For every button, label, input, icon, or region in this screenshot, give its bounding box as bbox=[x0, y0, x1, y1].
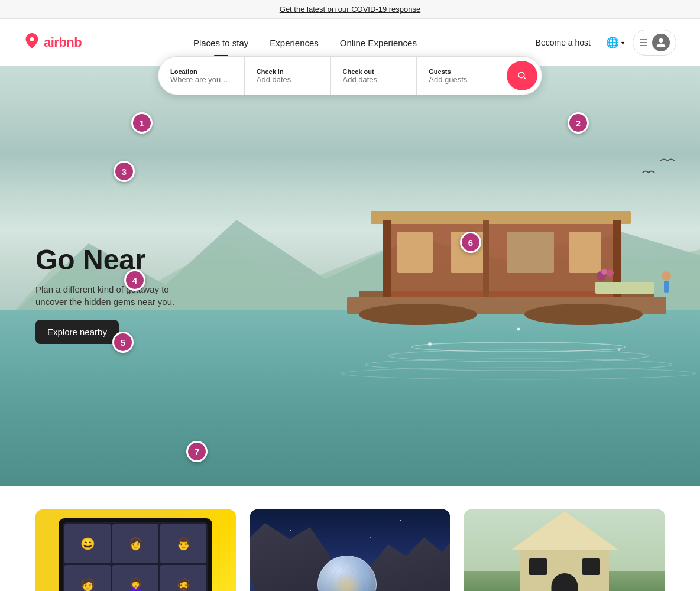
search-bar: Location Where are you going? Check in A… bbox=[158, 56, 542, 95]
svg-point-5 bbox=[524, 304, 643, 325]
svg-rect-14 bbox=[483, 220, 489, 297]
checkin-label: Check in bbox=[257, 68, 319, 75]
entire-homes-card[interactable]: 🌳 🌲 🌳 bbox=[464, 509, 665, 591]
houseboat-illustration bbox=[312, 125, 696, 391]
svg-point-28 bbox=[517, 328, 520, 331]
guests-label: Guests bbox=[429, 68, 491, 75]
covid-link[interactable]: Get the latest on our COVID-19 response bbox=[280, 5, 420, 14]
unique-stays-card[interactable]: 🧍 Unique stays Spaces that are more than… bbox=[250, 509, 451, 591]
avatar bbox=[652, 34, 670, 51]
svg-rect-11 bbox=[569, 232, 601, 273]
main-nav: Places to stay Experiences Online Experi… bbox=[183, 32, 427, 54]
svg-point-17 bbox=[607, 269, 614, 277]
search-button[interactable] bbox=[507, 61, 537, 90]
nav-places-to-stay[interactable]: Places to stay bbox=[183, 32, 259, 54]
covid-banner: Get the latest on our COVID-19 response bbox=[0, 0, 700, 19]
svg-point-21 bbox=[400, 331, 637, 345]
annotation-marker-4: 4 bbox=[124, 269, 145, 291]
annotation-marker-5: 5 bbox=[112, 332, 134, 353]
logo[interactable]: airbnb bbox=[24, 33, 82, 53]
airbnb-logo-icon bbox=[24, 33, 40, 53]
explore-nearby-button[interactable]: Explore nearby bbox=[35, 320, 119, 344]
search-bar-container: Location Where are you going? Check in A… bbox=[158, 56, 542, 95]
guests-value: Add guests bbox=[429, 75, 491, 84]
svg-point-4 bbox=[359, 304, 477, 325]
svg-rect-10 bbox=[507, 232, 554, 273]
svg-rect-20 bbox=[664, 281, 669, 293]
chevron-down-icon: ▾ bbox=[621, 40, 624, 46]
nav-online-experiences[interactable]: Online Experiences bbox=[329, 32, 427, 54]
annotation-marker-1: 1 bbox=[131, 112, 153, 134]
checkout-field[interactable]: Check out Add dates bbox=[331, 57, 417, 95]
svg-rect-7 bbox=[371, 211, 631, 224]
checkin-value: Add dates bbox=[257, 75, 319, 84]
svg-rect-12 bbox=[383, 220, 391, 297]
annotation-marker-2: 2 bbox=[568, 112, 589, 134]
cards-grid: 😄 👩 👨 🧑 👩‍🦱 🧔 🎩 🤵 Online Experiences Uni… bbox=[35, 509, 665, 591]
header-right: Become a host 🌐 ▾ ☰ bbox=[529, 30, 676, 56]
svg-rect-15 bbox=[595, 282, 654, 294]
svg-point-26 bbox=[428, 342, 432, 346]
checkout-value: Add dates bbox=[343, 75, 405, 84]
annotation-marker-6: 6 bbox=[460, 232, 481, 253]
checkout-label: Check out bbox=[343, 68, 405, 75]
hamburger-icon: ☰ bbox=[639, 37, 647, 48]
svg-point-18 bbox=[601, 269, 607, 275]
annotation-marker-3: 3 bbox=[114, 161, 135, 182]
cards-section: 😄 👩 👨 🧑 👩‍🦱 🧔 🎩 🤵 Online Experiences Uni… bbox=[0, 486, 700, 591]
location-field[interactable]: Location Where are you going? bbox=[158, 57, 245, 95]
location-label: Location bbox=[170, 68, 232, 75]
checkin-field[interactable]: Check in Add dates bbox=[245, 57, 331, 95]
nav-experiences[interactable]: Experiences bbox=[259, 32, 329, 54]
svg-rect-8 bbox=[397, 232, 433, 273]
svg-point-25 bbox=[341, 368, 696, 379]
annotation-marker-7: 7 bbox=[186, 441, 208, 462]
become-host-link[interactable]: Become a host bbox=[529, 33, 598, 52]
location-value: Where are you going? bbox=[170, 75, 232, 84]
hero-subtitle: Plan a different kind of getaway to unco… bbox=[35, 283, 189, 308]
globe-icon: 🌐 bbox=[606, 36, 619, 49]
hero-section: Go Near Plan a different kind of getaway… bbox=[0, 66, 700, 486]
online-experiences-card[interactable]: 😄 👩 👨 🧑 👩‍🦱 🧔 🎩 🤵 Online Experiences Uni… bbox=[35, 509, 236, 591]
logo-wordmark: airbnb bbox=[44, 35, 82, 50]
svg-point-27 bbox=[618, 349, 620, 351]
svg-point-19 bbox=[662, 271, 671, 281]
user-menu-button[interactable]: ☰ bbox=[633, 30, 676, 56]
guests-field[interactable]: Guests Add guests bbox=[417, 57, 503, 95]
language-button[interactable]: 🌐 ▾ bbox=[600, 31, 630, 54]
hero-title: Go Near bbox=[35, 245, 189, 276]
hero-text-block: Go Near Plan a different kind of getaway… bbox=[35, 245, 189, 344]
